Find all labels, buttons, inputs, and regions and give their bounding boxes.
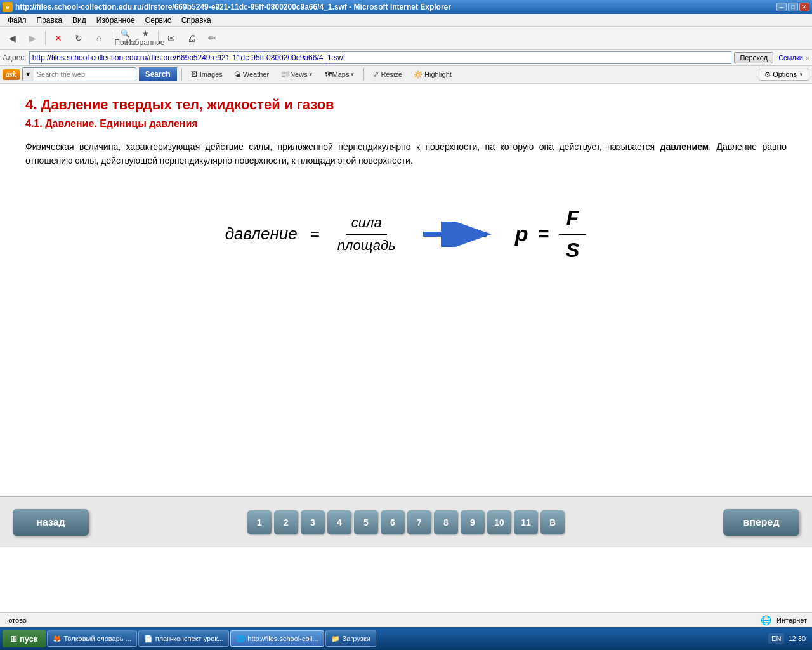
page-btn-7[interactable]: 7 xyxy=(407,510,431,534)
weather-button[interactable]: 🌤 Weather xyxy=(230,69,273,80)
page-btn-3[interactable]: 3 xyxy=(301,510,325,534)
links-label[interactable]: Ссылки xyxy=(778,54,803,62)
search-button[interactable]: Search xyxy=(139,67,177,81)
page-btn-6[interactable]: 6 xyxy=(381,510,405,534)
resize-icon: ⤢ xyxy=(373,70,379,79)
addressbar: Адрес: http://files.school-collection.ed… xyxy=(0,50,812,66)
clock: 12:30 xyxy=(788,635,806,642)
resize-button[interactable]: ⤢ Resize xyxy=(369,69,407,81)
page-btn-11[interactable]: 11 xyxy=(514,510,538,534)
maximize-button[interactable]: □ xyxy=(788,3,798,11)
formula-fraction-right: F S xyxy=(558,206,587,262)
search-input[interactable] xyxy=(34,69,136,80)
content-area: 4. Давление твердых тел, жидкостей и газ… xyxy=(0,84,812,547)
search-dropdown-button[interactable]: ▼ xyxy=(23,68,34,81)
page-btn-10[interactable]: 10 xyxy=(487,510,511,534)
language-indicator: EN xyxy=(768,633,784,644)
news-button[interactable]: 📰 News ▼ xyxy=(276,69,317,81)
page-btn-1[interactable]: 1 xyxy=(247,510,272,534)
page-btn-v[interactable]: В xyxy=(540,510,565,534)
formula-fraction-left: сила площадь xyxy=(332,215,401,254)
favorites-button[interactable]: ★ Избранное xyxy=(136,29,155,47)
formula-word-davlenie: давление xyxy=(225,224,298,244)
maps-button[interactable]: 🗺 Maps ▼ xyxy=(320,69,360,80)
formula-F: F xyxy=(559,206,587,235)
start-button[interactable]: ⊞ пуск xyxy=(3,630,46,647)
formula-equals-right: = xyxy=(537,223,549,245)
formula-denominator: площадь xyxy=(332,235,401,254)
back-nav-button[interactable]: назад xyxy=(13,509,89,536)
page-btn-8[interactable]: 8 xyxy=(434,510,458,534)
page-btn-2[interactable]: 2 xyxy=(274,510,298,534)
internet-icon: 🌐 xyxy=(761,615,771,625)
back-button[interactable]: ◀ xyxy=(3,29,22,47)
search-divider xyxy=(181,68,182,81)
menu-file[interactable]: Файл xyxy=(3,15,32,26)
taskbar-item-3[interactable]: 🌐 http://files.school-coll... xyxy=(230,630,324,647)
forward-nav-button[interactable]: вперед xyxy=(723,509,799,536)
news-dropdown-arrow: ▼ xyxy=(308,72,313,77)
menu-favorites[interactable]: Избранное xyxy=(91,15,140,26)
forward-button[interactable]: ▶ xyxy=(23,29,42,47)
formula-S: S xyxy=(558,235,587,262)
taskbar-icon-3: 🌐 xyxy=(236,635,245,643)
taskbar-right: EN 12:30 xyxy=(768,633,809,644)
page-btn-9[interactable]: 9 xyxy=(461,510,485,534)
images-button[interactable]: 🖼 Images xyxy=(187,69,227,80)
toolbar-separator-1 xyxy=(45,31,46,45)
ie-icon: e xyxy=(3,2,13,12)
menu-tools[interactable]: Сервис xyxy=(140,15,176,26)
options-dropdown-arrow: ▼ xyxy=(799,72,804,77)
formula-p: p xyxy=(515,222,528,246)
taskbar-item-2[interactable]: 📄 план-конспект урок... xyxy=(138,630,230,647)
menu-edit[interactable]: Правка xyxy=(32,15,68,26)
taskbar-item-1[interactable]: 🦊 Толковый словарь ... xyxy=(47,630,137,647)
home-button[interactable]: ⌂ xyxy=(89,29,108,47)
formula-section: давление = сила площадь p = F xyxy=(25,206,787,262)
menu-help[interactable]: Справка xyxy=(176,15,216,26)
blue-arrow xyxy=(420,222,496,247)
taskbar-icon-2: 📄 xyxy=(144,635,153,643)
taskbar-icon-4: 📁 xyxy=(331,635,340,643)
navigation-bar: назад 1 2 3 4 5 6 7 8 9 10 11 В вперед xyxy=(0,496,812,547)
refresh-button[interactable]: ↻ xyxy=(69,29,88,47)
toolbar-separator-3 xyxy=(158,31,159,45)
formula-numerator: сила xyxy=(346,215,387,235)
window-title: http://files.school-collection.edu.ru/dl… xyxy=(15,3,451,11)
page-btn-4[interactable]: 4 xyxy=(327,510,351,534)
statusbar: Готово 🌐 Интернет xyxy=(0,612,812,627)
close-button[interactable]: ✕ xyxy=(799,3,809,11)
mail-button[interactable]: ✉ xyxy=(162,29,181,47)
stop-button[interactable]: ✕ xyxy=(49,29,68,47)
page-numbers: 1 2 3 4 5 6 7 8 9 10 11 В xyxy=(247,510,565,534)
taskbar-icon-1: 🦊 xyxy=(53,635,62,643)
go-button[interactable]: Переход xyxy=(734,52,773,63)
search-input-container: ▼ xyxy=(22,67,136,81)
address-input[interactable]: http://files.school-collection.edu.ru/dl… xyxy=(29,51,732,64)
options-icon: ⚙ xyxy=(764,70,771,79)
highlight-icon: 🔆 xyxy=(414,70,422,79)
sub-title: 4.1. Давление. Единицы давления xyxy=(25,118,787,129)
formula-equals-left: = xyxy=(310,224,320,244)
address-chevron: » xyxy=(806,54,809,62)
address-label: Адрес: xyxy=(3,53,27,62)
edit-button[interactable]: ✏ xyxy=(202,29,221,47)
body-paragraph: Физическая величина, характеризующая дей… xyxy=(25,140,787,168)
toolbar-separator-2 xyxy=(112,31,112,45)
search-toolbar: ask ▼ Search 🖼 Images 🌤 Weather 📰 News ▼… xyxy=(0,66,812,84)
page-btn-5[interactable]: 5 xyxy=(354,510,378,534)
taskbar: ⊞ пуск 🦊 Толковый словарь ... 📄 план-кон… xyxy=(0,627,812,650)
menu-view[interactable]: Вид xyxy=(67,15,91,26)
highlight-button[interactable]: 🔆 Highlight xyxy=(409,69,456,81)
print-button[interactable]: 🖨 xyxy=(182,29,201,47)
main-title: 4. Давление твердых тел, жидкостей и газ… xyxy=(25,96,787,113)
zone-text: Интернет xyxy=(776,616,807,624)
minimize-button[interactable]: ─ xyxy=(776,3,787,11)
formula-left: давление = сила площадь xyxy=(225,215,401,254)
taskbar-item-4[interactable]: 📁 Загрузки xyxy=(325,630,376,647)
options-button[interactable]: ⚙ Options ▼ xyxy=(759,69,809,81)
formula-right: p = F S xyxy=(515,206,587,262)
status-text: Готово xyxy=(5,616,27,624)
statusbar-right: 🌐 Интернет xyxy=(761,615,807,625)
titlebar-controls: ─ □ ✕ xyxy=(776,3,809,11)
